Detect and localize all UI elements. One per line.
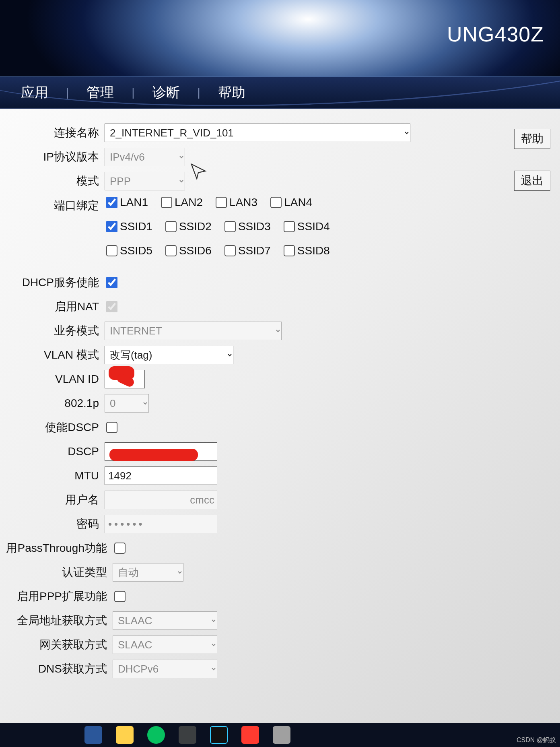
port-ssid8[interactable]: SSID8: [282, 244, 330, 258]
port-ssid4-label: SSID4: [297, 220, 330, 233]
gw-label: 网关获取方式: [0, 637, 113, 652]
port-ssid2-checkbox[interactable]: [165, 221, 177, 232]
mode-label: 模式: [0, 173, 105, 189]
port-ssid8-checkbox[interactable]: [284, 245, 295, 256]
port-lan1-label: LAN1: [120, 196, 148, 209]
watermark-text: CSDN @蚂蚁: [517, 736, 556, 745]
port-lan1-checkbox[interactable]: [106, 197, 117, 208]
dhcp-checkbox[interactable]: [106, 277, 117, 288]
port-ssid2-label: SSID2: [179, 220, 212, 233]
dns-select[interactable]: DHCPv6: [113, 660, 217, 678]
exit-button[interactable]: 退出: [514, 171, 550, 191]
passthrough-checkbox[interactable]: [114, 543, 126, 554]
mtu-label: MTU: [0, 469, 105, 482]
cursor-icon: [189, 162, 208, 180]
port-bind-group: LAN1LAN2LAN3LAN4SSID1SSID2SSID3SSID4SSID…: [105, 196, 426, 265]
user-label: 用户名: [0, 492, 105, 508]
port-ssid7-checkbox[interactable]: [224, 245, 236, 256]
gw-select[interactable]: SLAAC: [113, 636, 217, 654]
form-area: 连接名称 2_INTERNET_R_VID_101 IP协议版本 IPv4/v6…: [0, 109, 560, 723]
dns-label: DNS获取方式: [0, 661, 113, 677]
mode-select[interactable]: PPP: [105, 172, 185, 190]
port-lan2-checkbox[interactable]: [161, 197, 172, 208]
p8021-select[interactable]: 0: [105, 394, 149, 413]
ip-ver-label: IP协议版本: [0, 149, 105, 165]
header-banner: UNG430Z: [0, 0, 560, 76]
redaction-mark-icon: [109, 366, 134, 380]
port-lan4-label: LAN4: [284, 196, 312, 209]
global-select[interactable]: SLAAC: [113, 611, 217, 630]
pwd-input[interactable]: [105, 515, 217, 533]
ip-ver-select[interactable]: IPv4/v6: [105, 148, 185, 166]
port-ssid6-label: SSID6: [179, 244, 212, 257]
port-lan3[interactable]: LAN3: [214, 196, 257, 209]
port-ssid1[interactable]: SSID1: [105, 220, 152, 233]
conn-name-select[interactable]: 2_INTERNET_R_VID_101: [105, 124, 410, 142]
vlan-mode-select[interactable]: 改写(tag): [105, 346, 233, 364]
port-ssid5[interactable]: SSID5: [105, 244, 152, 258]
port-ssid5-label: SSID5: [120, 244, 152, 257]
windows-taskbar: [0, 723, 560, 747]
port-bind-label: 端口绑定: [0, 196, 105, 213]
port-lan1[interactable]: LAN1: [105, 196, 148, 209]
svc-select[interactable]: INTERNET: [105, 322, 282, 340]
dhcp-label: DHCP服务使能: [0, 275, 105, 290]
app-icon[interactable]: [273, 726, 290, 744]
port-lan2-label: LAN2: [175, 196, 203, 209]
port-ssid8-label: SSID8: [297, 244, 330, 257]
nat-label: 启用NAT: [0, 299, 105, 314]
port-ssid4[interactable]: SSID4: [282, 220, 330, 233]
folder-icon[interactable]: [116, 726, 134, 744]
word-icon[interactable]: [84, 726, 102, 744]
port-ssid6-checkbox[interactable]: [165, 245, 177, 256]
wechat-icon[interactable]: [147, 726, 165, 744]
conn-name-label: 连接名称: [0, 125, 105, 140]
port-ssid5-checkbox[interactable]: [106, 245, 117, 256]
dscp-en-label: 使能DSCP: [0, 420, 105, 435]
port-ssid3-label: SSID3: [238, 220, 271, 233]
port-lan4[interactable]: LAN4: [269, 196, 312, 209]
port-ssid6[interactable]: SSID6: [164, 244, 212, 258]
nat-checkbox: [106, 301, 117, 312]
dscp-label: DSCP: [0, 445, 105, 458]
svc-label: 业务模式: [0, 323, 105, 338]
p8021-label: 802.1p: [0, 397, 105, 410]
help-button[interactable]: 帮助: [514, 129, 550, 149]
port-ssid7[interactable]: SSID7: [223, 244, 271, 258]
port-ssid1-checkbox[interactable]: [106, 221, 117, 232]
ppp-ext-label: 启用PPP扩展功能: [0, 589, 113, 604]
port-ssid3-checkbox[interactable]: [224, 221, 236, 232]
port-ssid2[interactable]: SSID2: [164, 220, 212, 233]
global-label: 全局地址获取方式: [0, 613, 113, 628]
device-model: UNG430Z: [447, 22, 544, 46]
passthrough-label: 用PassThrough功能: [0, 541, 113, 556]
port-lan2[interactable]: LAN2: [159, 196, 203, 209]
port-ssid3[interactable]: SSID3: [223, 220, 271, 233]
ppp-ext-checkbox[interactable]: [114, 591, 126, 602]
port-ssid7-label: SSID7: [238, 244, 271, 257]
redaction-mark-icon: [109, 449, 198, 461]
app-icon[interactable]: [241, 726, 259, 744]
port-lan3-label: LAN3: [229, 196, 257, 209]
port-ssid4-checkbox[interactable]: [284, 221, 295, 232]
intellij-icon[interactable]: [179, 726, 196, 744]
port-ssid1-label: SSID1: [120, 220, 152, 233]
port-lan3-checkbox[interactable]: [216, 197, 227, 208]
auth-select[interactable]: 自动: [113, 563, 183, 582]
vlan-mode-label: VLAN 模式: [0, 347, 105, 363]
user-input[interactable]: [105, 491, 217, 509]
mtu-input[interactable]: [105, 466, 217, 485]
port-lan4-checkbox[interactable]: [270, 197, 282, 208]
dscp-en-checkbox[interactable]: [106, 422, 117, 433]
pwd-label: 密码: [0, 516, 105, 532]
vlan-id-label: VLAN ID: [0, 373, 105, 386]
auth-label: 认证类型: [0, 565, 113, 580]
app-icon[interactable]: [210, 726, 228, 744]
